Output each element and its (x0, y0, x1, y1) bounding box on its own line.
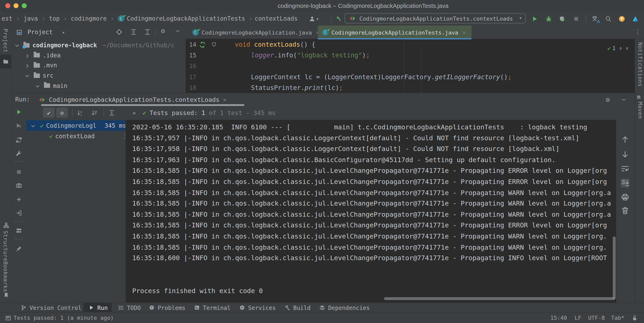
run-test-gutter-icon[interactable] (199, 41, 206, 48)
chevron-down-icon[interactable] (30, 123, 36, 128)
code-line[interactable]: 14void contextLoads() { (186, 39, 644, 50)
clear-console-button[interactable] (620, 206, 630, 215)
print-console-button[interactable] (620, 192, 630, 202)
search-everywhere-button[interactable] (604, 14, 613, 23)
breadcrumb-item[interactable]: est (2, 15, 12, 22)
code-editor[interactable]: 14void contextLoads() {15logger.info("lo… (186, 39, 644, 93)
test-tree-row[interactable]: ✔contextLoad345 ms (26, 131, 125, 142)
import-test-results-button[interactable] (15, 209, 23, 217)
rerun-tests-button[interactable] (15, 108, 23, 116)
chevron-down-icon[interactable] (35, 83, 41, 88)
code-line[interactable]: 17LoggerContext lc = (LoggerContext)Logg… (186, 72, 644, 82)
gear-icon[interactable]: ⚙ (606, 93, 610, 106)
run-tab-scrollbar[interactable] (41, 104, 244, 106)
breadcrumb-method[interactable]: contextLoads (255, 11, 298, 25)
tree-row[interactable]: src (12, 70, 186, 81)
breadcrumb-item[interactable]: CCodingmoreLogbackApplicationTests (118, 15, 245, 22)
next-problem-button[interactable]: ∨ (626, 45, 628, 50)
status-clock[interactable]: 15:40 (550, 312, 567, 323)
tool-window-button-todo[interactable]: TODO (113, 303, 145, 313)
sort-alphabetically-button[interactable]: az (76, 109, 84, 117)
chevron-right-icon[interactable] (25, 63, 30, 68)
run-tab[interactable]: CodingmoreLogbackApplicationTests.contex… (38, 93, 226, 106)
scroll-to-end-button[interactable] (620, 178, 630, 188)
debug-button[interactable] (544, 14, 554, 23)
sidebar-item-notifications[interactable]: Notifications (637, 42, 643, 87)
code-with-me-button[interactable]: ▼ (309, 14, 318, 23)
editor-tab[interactable]: CCodingmoreLogbackApplication.java× (188, 25, 318, 39)
run-with-coverage-button[interactable] (558, 14, 567, 23)
sidebar-item-bookmarks[interactable]: Bookmarks (2, 262, 8, 292)
tool-window-button-services[interactable]: Services (234, 303, 280, 313)
code-line[interactable]: 15logger.info("logback testing"); (186, 50, 644, 61)
code-line[interactable]: 18StatusPrinter.print(lc); (186, 82, 644, 93)
console-vertical-scrollbar[interactable] (613, 237, 616, 299)
show-ignored-toggle[interactable]: ⊘ (56, 107, 68, 118)
breadcrumb-item[interactable]: codingmore (71, 15, 106, 22)
pin-tab-button[interactable] (15, 245, 23, 253)
layout-settings-button[interactable] (15, 227, 23, 235)
tree-row[interactable]: main (12, 81, 186, 91)
update-available-button[interactable] (617, 14, 626, 23)
sidebar-item-maven[interactable]: Maven (637, 102, 643, 119)
close-icon[interactable]: × (462, 29, 466, 35)
sidebar-item-structure[interactable]: Structure (2, 231, 8, 261)
navigate-back-button[interactable] (334, 14, 343, 23)
tool-window-button-terminal[interactable]: Terminal (189, 303, 234, 313)
status-indent-style[interactable]: Tab* (611, 312, 624, 323)
soft-wrap-button[interactable] (620, 164, 630, 173)
translate-button[interactable]: A (590, 14, 600, 23)
locate-file-button[interactable] (116, 28, 123, 36)
inspections-widget[interactable]: ✔ 1 ∧ ∨ (608, 44, 628, 52)
hide-panel-button[interactable]: − (176, 27, 180, 35)
collapse-all-button[interactable] (144, 28, 151, 36)
test-history-button[interactable] (15, 195, 23, 204)
status-line-separator[interactable]: LF (574, 312, 581, 323)
structure-icon[interactable] (2, 222, 10, 230)
chevron-down-icon[interactable] (14, 42, 20, 48)
tool-window-button-problems[interactable]: Problems (144, 303, 190, 313)
status-encoding[interactable]: UTF-8 (588, 312, 605, 323)
gear-icon[interactable]: ⚙ (161, 27, 165, 35)
tree-row[interactable]: .idea (12, 50, 186, 60)
tool-window-button-run[interactable]: Run (83, 303, 112, 313)
stop-button[interactable] (15, 168, 23, 176)
show-passed-toggle[interactable]: ✔ (43, 107, 54, 118)
tool-window-button-dependencies[interactable]: Dependencies (314, 303, 374, 313)
chevrons-icon[interactable]: » (132, 109, 136, 117)
toggle-auto-test-button[interactable] (15, 136, 23, 144)
prev-problem-button[interactable]: ∧ (619, 45, 622, 50)
run-configuration-select[interactable]: CodingmoreLogbackApplicationTests.contex… (345, 13, 526, 23)
status-message[interactable]: Tests passed: 1 (a minute ago) (14, 312, 114, 323)
next-occurrence-button[interactable] (620, 150, 630, 159)
tree-row[interactable]: codingmore-logback~/Documents/Github/c (12, 40, 186, 50)
minimize-panel-button[interactable]: − (622, 93, 626, 106)
title-bar[interactable]: codingmore-logback – CodingmoreLogbackAp… (0, 0, 644, 12)
breadcrumb-item[interactable]: java (24, 15, 38, 22)
tab-options-icon[interactable]: ⋮ (634, 25, 640, 39)
tool-window-button-build[interactable]: Build (279, 303, 315, 313)
console-horizontal-scrollbar[interactable] (384, 297, 615, 300)
bookmark-icon[interactable] (2, 292, 10, 300)
tool-window-button-version-control[interactable]: Version Control (16, 303, 86, 313)
code-line[interactable]: 16 (186, 61, 644, 71)
tool-window-toggle-icon[interactable] (4, 314, 12, 322)
test-tree-row[interactable]: ✔CodingmoreLogl345 ms (26, 120, 125, 131)
breadcrumb-item[interactable]: top (49, 15, 60, 22)
project-panel-title[interactable]: Project (28, 25, 52, 39)
chevron-down-icon[interactable] (25, 73, 30, 78)
prev-occurrence-button[interactable] (620, 135, 630, 144)
test-settings-button[interactable] (15, 149, 23, 158)
toolbox-button[interactable] (631, 14, 640, 23)
thread-dump-button[interactable] (15, 182, 23, 190)
lock-icon[interactable] (631, 314, 638, 322)
editor-tab[interactable]: CCodingmoreLogbackApplicationTests.java× (318, 25, 472, 39)
close-icon[interactable]: × (223, 96, 226, 103)
sidebar-item-project[interactable] (0, 54, 12, 68)
chevron-right-icon[interactable] (25, 52, 30, 58)
sidebar-item-project-label[interactable]: Project (2, 29, 8, 52)
expand-all-button[interactable] (130, 28, 137, 36)
rerun-failed-tests-button[interactable] (15, 121, 23, 130)
sort-by-duration-button[interactable] (91, 109, 98, 117)
tree-row[interactable]: .mvn (12, 60, 186, 70)
